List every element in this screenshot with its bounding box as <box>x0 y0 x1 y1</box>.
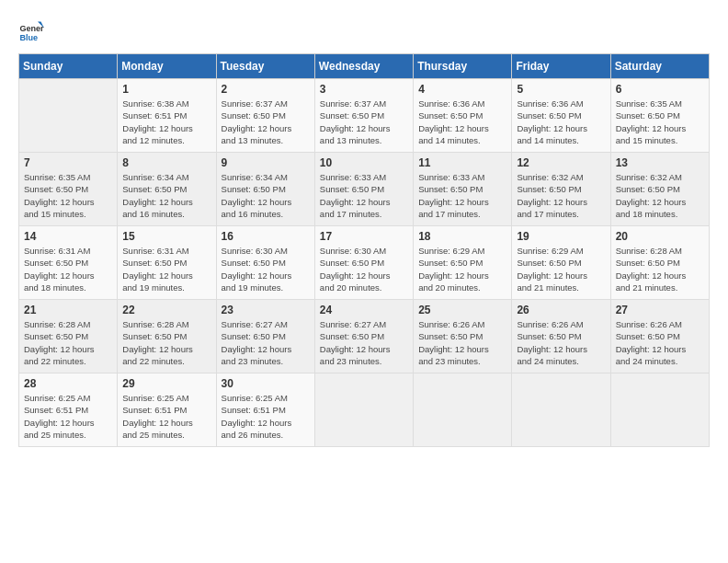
header-saturday: Saturday <box>610 54 709 79</box>
day-number: 6 <box>616 83 704 96</box>
day-info: Sunrise: 6:26 AMSunset: 6:50 PMDaylight:… <box>418 318 506 367</box>
day-info: Sunrise: 6:35 AMSunset: 6:50 PMDaylight:… <box>616 98 704 146</box>
day-number: 1 <box>122 83 210 96</box>
header-row: SundayMondayTuesdayWednesdayThursdayFrid… <box>19 54 710 79</box>
day-info: Sunrise: 6:36 AMSunset: 6:50 PMDaylight:… <box>418 98 506 146</box>
day-info: Sunrise: 6:29 AMSunset: 6:50 PMDaylight:… <box>418 245 506 293</box>
header-wednesday: Wednesday <box>314 54 413 79</box>
day-number: 3 <box>320 83 408 96</box>
day-cell: 16Sunrise: 6:30 AMSunset: 6:50 PMDayligh… <box>216 226 314 300</box>
day-cell: 3Sunrise: 6:37 AMSunset: 6:50 PMDaylight… <box>314 79 413 153</box>
day-number: 2 <box>222 83 310 96</box>
day-cell: 24Sunrise: 6:27 AMSunset: 6:50 PMDayligh… <box>314 300 413 373</box>
day-number: 26 <box>517 304 605 316</box>
logo: General Blue <box>18 18 48 44</box>
day-cell: 4Sunrise: 6:36 AMSunset: 6:50 PMDaylight… <box>414 79 512 153</box>
day-cell: 14Sunrise: 6:31 AMSunset: 6:50 PMDayligh… <box>19 226 118 300</box>
day-info: Sunrise: 6:32 AMSunset: 6:50 PMDaylight:… <box>517 171 605 220</box>
day-cell: 27Sunrise: 6:26 AMSunset: 6:50 PMDayligh… <box>610 300 709 373</box>
day-info: Sunrise: 6:28 AMSunset: 6:50 PMDaylight:… <box>24 318 112 367</box>
day-number: 22 <box>122 304 210 316</box>
day-number: 24 <box>320 304 408 316</box>
day-number: 8 <box>122 156 210 169</box>
header-monday: Monday <box>118 54 216 79</box>
day-cell: 26Sunrise: 6:26 AMSunset: 6:50 PMDayligh… <box>512 300 610 373</box>
day-info: Sunrise: 6:26 AMSunset: 6:50 PMDaylight:… <box>616 318 704 367</box>
day-info: Sunrise: 6:25 AMSunset: 6:51 PMDaylight:… <box>122 392 210 441</box>
svg-text:General: General <box>19 24 44 33</box>
day-cell: 21Sunrise: 6:28 AMSunset: 6:50 PMDayligh… <box>19 300 118 373</box>
day-info: Sunrise: 6:27 AMSunset: 6:50 PMDaylight:… <box>320 318 408 367</box>
day-number: 27 <box>616 304 704 316</box>
header-tuesday: Tuesday <box>216 54 314 79</box>
day-number: 15 <box>122 230 210 243</box>
day-number: 23 <box>222 304 310 316</box>
day-info: Sunrise: 6:29 AMSunset: 6:50 PMDaylight:… <box>517 245 605 293</box>
day-cell: 25Sunrise: 6:26 AMSunset: 6:50 PMDayligh… <box>414 300 512 373</box>
day-info: Sunrise: 6:36 AMSunset: 6:50 PMDaylight:… <box>517 98 605 146</box>
day-number: 17 <box>320 230 408 243</box>
day-number: 12 <box>517 156 605 169</box>
day-cell: 28Sunrise: 6:25 AMSunset: 6:51 PMDayligh… <box>19 373 118 447</box>
day-number: 4 <box>418 83 506 96</box>
day-info: Sunrise: 6:34 AMSunset: 6:50 PMDaylight:… <box>222 171 310 220</box>
day-info: Sunrise: 6:30 AMSunset: 6:50 PMDaylight:… <box>320 245 408 293</box>
day-number: 5 <box>517 83 605 96</box>
header-friday: Friday <box>512 54 610 79</box>
day-cell <box>512 373 610 447</box>
day-info: Sunrise: 6:31 AMSunset: 6:50 PMDaylight:… <box>24 245 112 293</box>
page-header: General Blue <box>18 18 710 44</box>
day-cell: 20Sunrise: 6:28 AMSunset: 6:50 PMDayligh… <box>610 226 709 300</box>
day-cell: 15Sunrise: 6:31 AMSunset: 6:50 PMDayligh… <box>118 226 216 300</box>
day-number: 21 <box>24 304 112 316</box>
day-cell: 22Sunrise: 6:28 AMSunset: 6:50 PMDayligh… <box>118 300 216 373</box>
day-info: Sunrise: 6:26 AMSunset: 6:50 PMDaylight:… <box>517 318 605 367</box>
day-number: 11 <box>418 156 506 169</box>
week-row-5: 28Sunrise: 6:25 AMSunset: 6:51 PMDayligh… <box>19 373 710 447</box>
day-info: Sunrise: 6:27 AMSunset: 6:50 PMDaylight:… <box>222 318 310 367</box>
day-cell: 5Sunrise: 6:36 AMSunset: 6:50 PMDaylight… <box>512 79 610 153</box>
day-cell: 11Sunrise: 6:33 AMSunset: 6:50 PMDayligh… <box>414 153 512 226</box>
day-cell: 23Sunrise: 6:27 AMSunset: 6:50 PMDayligh… <box>216 300 314 373</box>
day-number: 19 <box>517 230 605 243</box>
day-number: 30 <box>222 377 310 390</box>
header-thursday: Thursday <box>414 54 512 79</box>
header-sunday: Sunday <box>19 54 118 79</box>
day-cell: 18Sunrise: 6:29 AMSunset: 6:50 PMDayligh… <box>414 226 512 300</box>
day-cell: 7Sunrise: 6:35 AMSunset: 6:50 PMDaylight… <box>19 153 118 226</box>
day-number: 20 <box>616 230 704 243</box>
svg-text:Blue: Blue <box>19 33 38 42</box>
day-info: Sunrise: 6:38 AMSunset: 6:51 PMDaylight:… <box>122 98 210 146</box>
day-cell: 9Sunrise: 6:34 AMSunset: 6:50 PMDaylight… <box>216 153 314 226</box>
day-cell: 17Sunrise: 6:30 AMSunset: 6:50 PMDayligh… <box>314 226 413 300</box>
day-info: Sunrise: 6:25 AMSunset: 6:51 PMDaylight:… <box>222 392 310 441</box>
day-cell: 12Sunrise: 6:32 AMSunset: 6:50 PMDayligh… <box>512 153 610 226</box>
day-cell: 8Sunrise: 6:34 AMSunset: 6:50 PMDaylight… <box>118 153 216 226</box>
day-info: Sunrise: 6:33 AMSunset: 6:50 PMDaylight:… <box>320 171 408 220</box>
day-info: Sunrise: 6:32 AMSunset: 6:50 PMDaylight:… <box>616 171 704 220</box>
logo-icon: General Blue <box>18 18 44 44</box>
day-info: Sunrise: 6:35 AMSunset: 6:50 PMDaylight:… <box>24 171 112 220</box>
day-number: 25 <box>418 304 506 316</box>
day-number: 9 <box>222 156 310 169</box>
day-info: Sunrise: 6:28 AMSunset: 6:50 PMDaylight:… <box>616 245 704 293</box>
day-number: 10 <box>320 156 408 169</box>
day-number: 16 <box>222 230 310 243</box>
day-info: Sunrise: 6:33 AMSunset: 6:50 PMDaylight:… <box>418 171 506 220</box>
day-info: Sunrise: 6:34 AMSunset: 6:50 PMDaylight:… <box>122 171 210 220</box>
day-cell <box>314 373 413 447</box>
day-number: 28 <box>24 377 112 390</box>
day-number: 7 <box>24 156 112 169</box>
day-cell: 1Sunrise: 6:38 AMSunset: 6:51 PMDaylight… <box>118 79 216 153</box>
day-cell: 2Sunrise: 6:37 AMSunset: 6:50 PMDaylight… <box>216 79 314 153</box>
week-row-2: 7Sunrise: 6:35 AMSunset: 6:50 PMDaylight… <box>19 153 710 226</box>
calendar-table: SundayMondayTuesdayWednesdayThursdayFrid… <box>18 53 710 447</box>
day-cell: 29Sunrise: 6:25 AMSunset: 6:51 PMDayligh… <box>118 373 216 447</box>
day-cell: 10Sunrise: 6:33 AMSunset: 6:50 PMDayligh… <box>314 153 413 226</box>
day-info: Sunrise: 6:37 AMSunset: 6:50 PMDaylight:… <box>222 98 310 146</box>
day-info: Sunrise: 6:30 AMSunset: 6:50 PMDaylight:… <box>222 245 310 293</box>
week-row-1: 1Sunrise: 6:38 AMSunset: 6:51 PMDaylight… <box>19 79 710 153</box>
day-number: 18 <box>418 230 506 243</box>
day-cell: 30Sunrise: 6:25 AMSunset: 6:51 PMDayligh… <box>216 373 314 447</box>
day-cell <box>610 373 709 447</box>
